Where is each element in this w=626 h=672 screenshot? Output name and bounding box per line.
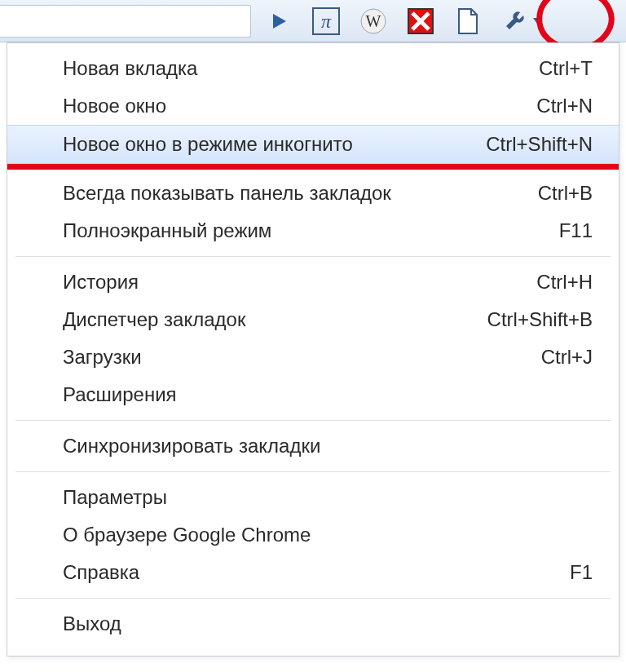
red-x-icon bbox=[408, 8, 434, 34]
menu-item-label: Справка bbox=[63, 561, 139, 584]
menu-item[interactable]: СправкаF1 bbox=[7, 554, 619, 591]
menu-item-shortcut: Ctrl+Shift+N bbox=[486, 133, 593, 156]
menu-item[interactable]: Диспетчер закладокCtrl+Shift+B bbox=[7, 301, 619, 338]
menu-item-label: История bbox=[63, 271, 139, 294]
menu-separator bbox=[15, 598, 611, 599]
menu-item[interactable]: Синхронизировать закладки bbox=[7, 427, 619, 465]
pi-button[interactable]: π bbox=[310, 5, 342, 38]
menu-item[interactable]: Расширения bbox=[7, 376, 619, 413]
toolbar-buttons: π W bbox=[258, 0, 626, 42]
wrench-menu-button[interactable] bbox=[499, 5, 544, 38]
page-button[interactable] bbox=[452, 5, 484, 38]
menu-item-label: Синхронизировать закладки bbox=[63, 435, 320, 458]
svg-text:W: W bbox=[366, 12, 381, 30]
menu-separator bbox=[15, 420, 611, 421]
menu-item-shortcut: F11 bbox=[559, 219, 593, 242]
wikipedia-button[interactable]: W bbox=[357, 5, 390, 38]
menu-item-shortcut: Ctrl+N bbox=[536, 95, 593, 117]
menu-item[interactable]: Полноэкранный режимF11 bbox=[7, 212, 619, 250]
pi-icon: π bbox=[312, 7, 340, 35]
menu-item-shortcut: Ctrl+Shift+B bbox=[487, 308, 593, 331]
menu-item-label: Параметры bbox=[63, 486, 167, 509]
play-button[interactable] bbox=[262, 5, 295, 38]
menu-item-label: Всегда показывать панель закладок bbox=[63, 182, 391, 205]
menu-item-label: Расширения bbox=[63, 383, 177, 406]
red-x-button[interactable] bbox=[404, 5, 437, 38]
menu-item-shortcut: Ctrl+T bbox=[539, 57, 593, 80]
menu-item-shortcut: Ctrl+B bbox=[538, 182, 593, 205]
menu-separator bbox=[15, 471, 611, 472]
menu-item[interactable]: Параметры bbox=[7, 479, 619, 516]
menu-item[interactable]: Новое окноCtrl+N bbox=[7, 87, 619, 125]
menu-item-label: Диспетчер закладок bbox=[63, 308, 245, 331]
menu-item[interactable]: Всегда показывать панель закладокCtrl+B bbox=[7, 175, 619, 212]
browser-toolbar: π W bbox=[0, 0, 626, 42]
wrench-icon bbox=[504, 9, 528, 33]
menu-item-label: Новая вкладка bbox=[63, 57, 197, 80]
menu-item-label: Загрузки bbox=[63, 346, 142, 369]
menu-item-label: О браузере Google Chrome bbox=[63, 524, 311, 546]
address-bar[interactable] bbox=[0, 5, 251, 38]
menu-item-shortcut: Ctrl+H bbox=[536, 271, 593, 294]
menu-item[interactable]: О браузере Google Chrome bbox=[7, 516, 619, 554]
menu-item-label: Новое окно bbox=[63, 95, 166, 117]
menu-separator bbox=[15, 256, 611, 257]
play-icon bbox=[270, 12, 288, 30]
svg-marker-0 bbox=[273, 14, 286, 29]
wrench-dropdown-menu: Новая вкладкаCtrl+TНовое окноCtrl+NНовое… bbox=[7, 42, 619, 657]
wikipedia-icon: W bbox=[359, 7, 387, 35]
annotation-red-underline bbox=[7, 164, 619, 170]
menu-item[interactable]: ИсторияCtrl+H bbox=[7, 263, 619, 301]
menu-item[interactable]: Новое окно в режиме инкогнитоCtrl+Shift+… bbox=[7, 125, 619, 164]
menu-item[interactable]: Новая вкладкаCtrl+T bbox=[7, 50, 619, 87]
menu-item-label: Новое окно в режиме инкогнито bbox=[63, 133, 353, 156]
chevron-down-icon bbox=[533, 18, 541, 24]
svg-text:π: π bbox=[321, 11, 332, 32]
menu-item[interactable]: Выход bbox=[7, 605, 619, 643]
page-icon bbox=[456, 7, 479, 35]
menu-item-shortcut: F1 bbox=[570, 561, 593, 584]
menu-item-label: Выход bbox=[63, 612, 121, 635]
menu-item-label: Полноэкранный режим bbox=[63, 219, 271, 242]
menu-item[interactable]: ЗагрузкиCtrl+J bbox=[7, 338, 619, 376]
menu-item-shortcut: Ctrl+J bbox=[541, 346, 593, 369]
